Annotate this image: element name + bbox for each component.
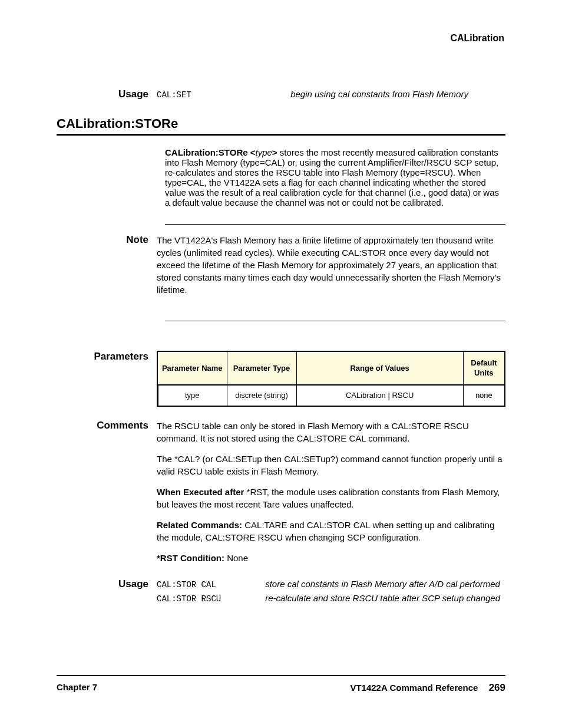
usage-label-1: Usage	[57, 88, 157, 100]
usage2-row: CAL:STOR CAL store cal constants in Flas…	[157, 578, 505, 591]
usage-block-1: Usage CAL:SET begin using cal constants …	[57, 88, 505, 101]
td-range: CALibration | RSCU	[296, 385, 463, 406]
usage2-row: CAL:STOR RSCU re-calculate and store RSC…	[157, 592, 505, 605]
usage1-comment: begin using cal constants from Flash Mem…	[290, 89, 468, 99]
note-block	[165, 224, 505, 225]
section-heading: CALibration:STORe	[57, 116, 505, 131]
comments-body: The RSCU table can only be stored in Fla…	[157, 420, 505, 572]
table-header-row: Parameter Name Parameter Type Range of V…	[157, 351, 505, 385]
th-type: Parameter Type	[227, 351, 296, 385]
comment-item: When Executed after *RST, the module use…	[157, 486, 505, 510]
table-row: type discrete (string) CALibration | RSC…	[157, 385, 505, 406]
usage-label-2: Usage	[57, 578, 157, 590]
syntax-prefix: CALibration:STORe <	[165, 147, 256, 157]
th-default: Default Units	[463, 351, 505, 385]
note-label: Note	[57, 234, 157, 246]
comment-item: The *CAL? (or CAL:SETup then CAL:SETup?)…	[157, 453, 505, 477]
comments-label: Comments	[57, 420, 157, 431]
usage2-comment-0: store cal constants in Flash Memory afte…	[265, 579, 500, 589]
td-type: discrete (string)	[227, 385, 296, 406]
usage2-comment-1: re-calculate and store RSCU table after …	[265, 593, 500, 603]
usage2-code-1: CAL:STOR RSCU	[157, 594, 263, 605]
section-rule	[57, 134, 505, 136]
comments-block: Comments The RSCU table can only be stor…	[57, 420, 505, 572]
footer-right: VT1422A Command Reference	[350, 683, 478, 693]
parameters-label: Parameters	[57, 351, 157, 363]
td-default: none	[463, 385, 505, 406]
note-text: The VT1422A's Flash Memory has a finite …	[157, 234, 505, 296]
page-number: 269	[489, 682, 505, 693]
parameters-table: Parameter Name Parameter Type Range of V…	[157, 351, 505, 407]
td-name: type	[157, 385, 227, 406]
syntax-line: CALibration:STORe <type> stores the most…	[165, 147, 505, 207]
usage2-code-0: CAL:STOR CAL	[157, 579, 263, 591]
note-bottom-rule	[165, 321, 505, 321]
parameters-block: Parameters Parameter Name Parameter Type…	[57, 351, 505, 407]
usage1-code: CAL:SET	[157, 90, 191, 100]
comment-item: The RSCU table can only be stored in Fla…	[157, 420, 505, 444]
th-range: Range of Values	[296, 351, 463, 385]
usage-block-2: Usage CAL:STOR CAL store cal constants i…	[57, 578, 505, 605]
comment-item: Related Commands: CAL:TARE and CAL:STOR …	[157, 519, 505, 543]
th-name: Parameter Name	[157, 351, 227, 385]
syntax-param: type	[256, 147, 272, 157]
page-footer: Chapter 7 VT1422A Command Reference 269	[57, 675, 505, 694]
running-header: CALibration	[450, 33, 504, 44]
note-top-rule	[165, 224, 505, 225]
footer-rule	[57, 675, 505, 676]
comment-item: *RST Condition: None	[157, 552, 505, 564]
syntax-suffix: >	[272, 147, 277, 157]
footer-left: Chapter 7	[57, 682, 97, 694]
